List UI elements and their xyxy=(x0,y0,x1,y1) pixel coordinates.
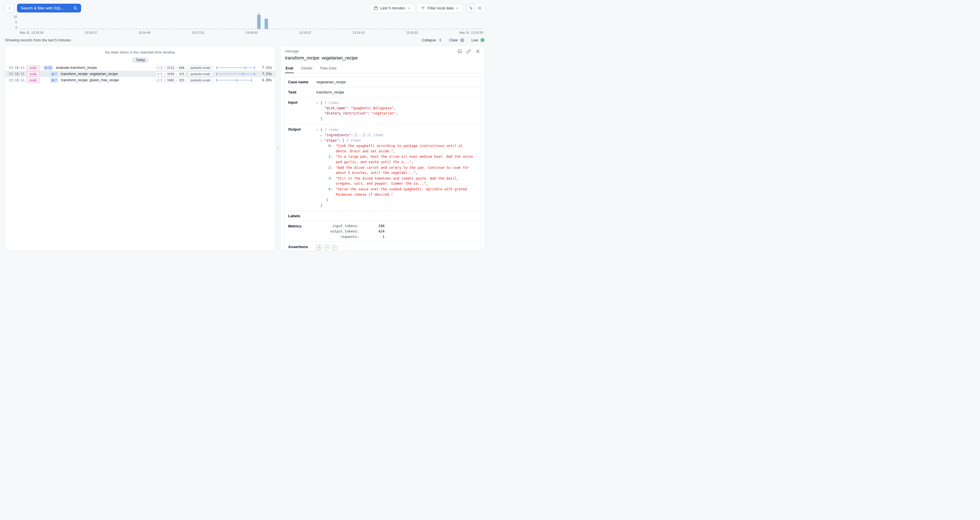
tokens-out-arrow-icon: ↙ xyxy=(175,73,178,76)
tokens-out-count: 323 xyxy=(179,72,184,76)
metric-key: requests: xyxy=(317,235,359,239)
tokens-out-arrow-icon: ↙ xyxy=(175,79,178,82)
caret-open-icon[interactable]: ▼ xyxy=(320,140,325,143)
caret-closed-icon[interactable]: ▶ xyxy=(320,134,325,137)
trace-time: 13:18:11 xyxy=(9,72,26,76)
json-array-index: 4: xyxy=(328,187,336,192)
list-view-icon xyxy=(477,6,482,10)
trace-row[interactable]: 13:18:11 evals ⊞ 7 transform_recipe: glu… xyxy=(5,77,275,83)
json-step-item: 3: "Stir in the diced tomatoes and tomat… xyxy=(317,176,477,186)
close-icon xyxy=(476,49,480,54)
tab-raw-data[interactable]: Raw Data xyxy=(320,63,337,73)
tokens-out-count: 648 xyxy=(179,66,184,70)
case-name-label: Case name xyxy=(288,80,317,84)
assertion-pass-icon[interactable]: ✓ xyxy=(324,245,329,250)
y-axis-tick: 5 xyxy=(5,21,17,24)
input-row: Input ▼ {2 items "dish_name":"Spaghetti … xyxy=(285,97,480,124)
tree-view-button[interactable] xyxy=(466,4,475,12)
trace-tag-badge: evals xyxy=(26,78,40,83)
json-array-index: 2: xyxy=(328,165,336,171)
span-count-badge[interactable]: ⊟ 16 xyxy=(43,65,53,70)
json-comma: , xyxy=(426,182,428,185)
time-range-button[interactable]: Last 5 minutes xyxy=(370,3,415,13)
caret-open-icon[interactable]: ▼ xyxy=(317,101,320,105)
span-count-badge[interactable]: ⊞ 7 xyxy=(50,78,58,83)
y-axis-tick: 10 xyxy=(5,15,17,18)
json-open-bracket: [ xyxy=(342,138,345,143)
span-count-badge[interactable]: ⊞ 7 xyxy=(50,72,58,76)
sigma-icon: Σ xyxy=(161,66,162,70)
histogram-bar-label: 11 xyxy=(258,12,260,15)
trace-stats-chip: ∅ Σ ↗ 2112 ↙ 648 xyxy=(156,65,186,70)
trace-row-selected[interactable]: 13:18:11 evals ⊞ 7 transform_recipe: veg… xyxy=(5,71,275,77)
assertion-fail-icon[interactable]: × xyxy=(317,245,322,250)
sql-search-button[interactable]: Search & filter with SQL... xyxy=(17,4,81,13)
tokens-in-count: 1030 xyxy=(167,72,174,76)
collapse-button[interactable]: Collapse xyxy=(422,38,442,42)
trace-name: transform_recipe: gluten_free_recipe xyxy=(61,78,156,82)
search-icon xyxy=(73,6,77,10)
collapse-label: Collapse xyxy=(422,38,436,42)
trace-list-panel[interactable]: No older items in the selected time wind… xyxy=(5,45,275,251)
sigma-icon: Σ xyxy=(161,73,162,76)
timeline-plot-area[interactable]: 11 xyxy=(20,16,483,29)
detail-header: message transform_recipe: vegetarian_rec… xyxy=(280,46,485,60)
list-view-button[interactable] xyxy=(475,4,484,12)
caret-open-icon[interactable]: ▼ xyxy=(317,128,320,132)
json-items-count: 2 items xyxy=(325,128,339,132)
tokens-out-count: 325 xyxy=(179,78,184,82)
filter-local-data-button[interactable]: Filter local data xyxy=(417,3,463,13)
empty-set-icon: ∅ xyxy=(157,66,160,70)
close-button[interactable] xyxy=(476,49,480,54)
json-key: "ingredients": xyxy=(325,133,353,137)
json-string-value: "Cook the spaghetti according to package… xyxy=(336,144,463,153)
duration-bar xyxy=(216,78,255,82)
assertion-pass-icon[interactable]: ✓ xyxy=(332,245,337,250)
json-string-value: "Stir in the diced tomatoes and tomato p… xyxy=(336,176,458,186)
json-string-value: "vegetarian" xyxy=(371,111,396,115)
detail-body[interactable]: Case name vegetarian_recipe Task transfo… xyxy=(280,73,485,250)
assertion-icons: × ✓ ✓ xyxy=(317,245,477,250)
tab-eval[interactable]: Eval xyxy=(285,63,294,73)
resize-grip-icon[interactable]: ⠿ xyxy=(277,146,279,150)
dock-bottom-button[interactable] xyxy=(457,49,462,54)
copy-link-button[interactable] xyxy=(466,49,471,54)
json-string-value: "In a large pan, heat the olive oil over… xyxy=(336,155,473,164)
json-key: "dietary_restriction": xyxy=(325,111,369,115)
x-axis-tick: 13:19:52 xyxy=(406,31,418,34)
slash-shortcut-key[interactable]: / xyxy=(5,4,14,13)
json-collapsed-array[interactable]: [...] xyxy=(355,133,365,137)
tab-details[interactable]: Details xyxy=(301,63,313,73)
histogram-bar[interactable] xyxy=(264,19,268,29)
json-comma: , xyxy=(393,149,395,153)
trace-row[interactable]: 13:18:11 evals ⊟ 16 evaluate transform_r… xyxy=(5,65,275,71)
histogram-bar[interactable]: 11 xyxy=(257,15,261,29)
task-label: Task xyxy=(288,90,317,94)
x-axis-tick: Mar 31. 13:15:30 xyxy=(20,31,43,34)
tokens-out-arrow-icon: ↙ xyxy=(175,66,178,70)
x-axis-tick: Mar 31. 13:20:30 xyxy=(460,31,483,34)
duration-bar xyxy=(216,66,255,70)
timeline-chart[interactable]: 10 5 0 11 Mar 31. 13:15:30 13:16:07 13:1… xyxy=(5,15,485,35)
x-axis-tick: 13:18:00 xyxy=(245,31,258,34)
x-axis-labels: Mar 31. 13:15:30 13:16:07 13:16:45 13:17… xyxy=(20,31,483,34)
metric-value: 424 xyxy=(359,230,385,233)
json-step-item: 0: "Cook the spaghetti according to pack… xyxy=(317,143,477,154)
metric-key: input_tokens: xyxy=(317,224,359,228)
metrics-label: Metrics xyxy=(288,224,317,228)
trace-tag-badge: evals xyxy=(26,72,40,76)
clear-label: Clear xyxy=(449,38,458,42)
day-separator-pill[interactable]: Today xyxy=(132,57,149,63)
topbar-left: / Search & filter with SQL... xyxy=(5,4,81,13)
collapse-box-icon: ⊟ xyxy=(45,66,47,70)
tree-view-icon xyxy=(469,6,473,10)
live-indicator-icon xyxy=(480,38,485,43)
live-toggle[interactable]: Live xyxy=(471,38,485,43)
detail-tabs: Eval Details Raw Data xyxy=(280,63,485,73)
empty-set-icon: ∅ xyxy=(157,73,160,76)
clear-button[interactable]: Clear xyxy=(449,38,465,43)
x-axis-tick: 13:17:22 xyxy=(192,31,204,34)
record-kind-label: message xyxy=(285,49,299,53)
tokens-in-arrow-icon: ↗ xyxy=(164,73,166,76)
trace-time: 13:18:11 xyxy=(9,66,26,70)
